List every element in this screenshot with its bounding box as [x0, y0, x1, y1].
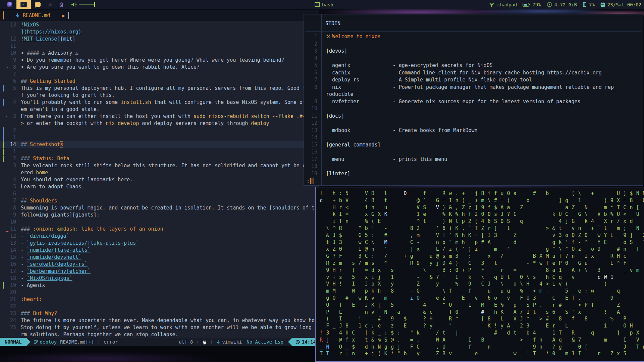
top-bar: >_ ⚙ @ bash chadpad [0, 0, 644, 9]
editor-row: 20 [0, 289, 319, 296]
pager-window: STDIN 1⚒ Welcome to nixos23[devos]45 age… [304, 14, 643, 186]
markdown-link[interactable]: !MIT License [21, 36, 57, 42]
line-number: 6 [0, 190, 16, 197]
text-segment: ⚠ Advisory ⚠ [42, 50, 78, 56]
text-segment: nix develop [106, 120, 139, 126]
matrix-row: t J 3 w C \ M C - n o " m h _ p # A _ d … [320, 239, 644, 246]
firefox-launcher[interactable] [3, 0, 16, 9]
text-segment: 9 H r ( = d x s \ B : 0 + P F r = 8 a 1 … [320, 267, 639, 273]
filetype-label: vimwiki [222, 339, 242, 345]
chat-launcher[interactable] [31, 0, 45, 9]
line-number: 16 [0, 261, 16, 268]
matrix-row: F _ J 8 1 c ; e z E ? y " K ! y A 2 3 E … [320, 322, 644, 329]
text-segment: ### [21, 310, 33, 316]
tab-readme[interactable]: README.md ● [15, 12, 64, 18]
line-number: 11 [0, 43, 16, 50]
pager-command-prompt[interactable]: : [307, 178, 314, 184]
clock-indicator: 23/Sat 00:02 [600, 2, 641, 7]
clock-icon [296, 340, 300, 344]
text-segment: deploy-rs - A Simple multi-profile Nix-f… [326, 77, 532, 83]
editor-row: 25Stop doing it by yourself, unless we l… [0, 324, 319, 331]
text-segment: Welcome to nixos [332, 34, 381, 40]
text-segment: ## [21, 198, 30, 204]
text-segment: M [384, 239, 388, 245]
pager-line-number: 1 [304, 33, 317, 41]
volume-slider-handle[interactable] [94, 2, 95, 7]
text-segment: :onion: &mdash; like the layers of an on… [33, 226, 163, 232]
markdown-link[interactable]: `berberman/nvfetcher` [27, 268, 91, 274]
editor-window: README.md ● 13!NixOS](https://nixos.org)… [0, 10, 319, 346]
pager-row: 14 [304, 134, 643, 141]
editor-row: 17- `berberman/nvfetcher` [0, 268, 319, 275]
window-title-label: bash [322, 2, 333, 7]
text-segment: [linter] [326, 171, 350, 177]
text-segment: deploy [251, 120, 269, 126]
text-segment: V [436, 204, 439, 210]
terminal-launcher-active[interactable]: >_ [16, 0, 31, 9]
git-branch-label: deploy [40, 339, 57, 345]
text-segment: e z E v 6 o v F U 3 C E T , 9 [420, 295, 614, 301]
encoding-label: utf-8 [179, 339, 193, 345]
text-segment: h K A / 1 l s 6 S ' x ! A [484, 309, 620, 315]
battery-indicator: 79% [523, 2, 541, 7]
markdown-link[interactable]: `gytis-ivaskevicius/flake-utils-plus` [27, 240, 139, 246]
editor-row: > or enter the cockpit with nix develop … [0, 120, 319, 127]
markdown-link[interactable]: `numtide/flake-utils` [27, 247, 91, 253]
mastodon-launcher[interactable]: @ [56, 0, 67, 9]
matrix-row: x Z 0 I @ n ' ] x L / z ( ' ) i m ^ g " … [320, 246, 644, 253]
text-segment: But Why? [33, 310, 57, 316]
text-segment: agenix - age-encrypted secrets for NixOS [326, 62, 493, 68]
markdown-link[interactable]: `divnix/digga` [27, 233, 69, 239]
text-segment: From there you can either install the ho… [21, 113, 194, 119]
wifi-icon [489, 2, 495, 7]
volume-control[interactable] [67, 0, 99, 9]
text-segment: i T n % ( E ^ t ) N l p 2 [ 4 6 S 0 S q … [320, 218, 644, 224]
matrix-row: P L n v N a & c T 0 # h K A / 1 l s 6 S … [320, 309, 644, 316]
pager-line-number: 6 [304, 69, 317, 77]
pager-line-number: 10 [304, 105, 317, 113]
text-segment: R z m s / m s ^ R 9 y j D 4 ) C 3 t - * … [320, 260, 627, 266]
statusline-left-chevron: ⟨ [196, 339, 199, 345]
text-segment: C - n o " m h _ p # A _ d g k ' f - ^ Y … [387, 239, 643, 245]
editor-row: 23### But Why? [0, 310, 319, 317]
text-segment: menu - prints this menu [326, 156, 447, 162]
line-number: 13 [0, 21, 16, 28]
text-segment: x Z 0 I @ n ' ] x L / z ( ' ) i m ^ g " … [320, 246, 639, 252]
editor-row: 15- `numtide/devshell` [0, 254, 319, 261]
editor-row: _11### :onion: &mdash; like the layers o… [0, 226, 319, 233]
editor-row: 13!NixOS [0, 21, 319, 28]
pager-line-number: 13 [304, 127, 317, 134]
text-segment: c [320, 197, 323, 203]
markdown-link[interactable]: `numtide/devshell` [27, 254, 82, 260]
lsp-status: No Active Lsp [247, 339, 283, 345]
line-number: 1 [0, 148, 16, 155]
filetype-indicator: vimwiki [216, 339, 242, 345]
line-number: 21 [0, 296, 16, 303]
markdown-link[interactable]: `NixOS/nixpkgs` [27, 275, 72, 281]
markdown-link[interactable]: `serokell/deploy-rs` [27, 261, 88, 267]
markdown-link[interactable]: ](https://nixos.org) [21, 29, 82, 35]
pager-line-number: 2 [304, 41, 317, 48]
text-segment: > Do you remember how you got here? Wher… [21, 57, 284, 63]
text-segment: mdbook - Create books from MarkDown [326, 127, 478, 133]
markdown-link[interactable]: !NixOS [21, 22, 39, 28]
line-number: 14 [0, 247, 16, 254]
text-segment: > [21, 120, 27, 126]
pager-line-number: 9 [304, 98, 317, 106]
git-branch[interactable]: deploy [34, 339, 57, 345]
volume-slider[interactable] [79, 4, 95, 5]
pager-row: 17 menu - prints this menu [304, 156, 643, 163]
text-segment: r : n + j ( K * " b y Z B v e w ' T * 0 … [329, 351, 627, 357]
line-number: 1 [0, 134, 16, 141]
text-segment: - [21, 254, 27, 260]
editor-row: f you're looking to graft this. [0, 92, 319, 99]
editor-row: 5Learn to adopt Chaos. [0, 183, 319, 190]
text-segment: > Are you sure you want to go down this … [21, 64, 200, 70]
calendar-icon [600, 2, 605, 7]
battery-icon [523, 3, 530, 7]
editor-cursor: s [60, 141, 63, 147]
settings-launcher[interactable]: ⚙ [45, 0, 56, 9]
editor-row: 9following giants][giants]: [0, 212, 319, 219]
editor-row: 19- Agenix [0, 282, 319, 289]
editor-row: 1 [0, 134, 319, 141]
